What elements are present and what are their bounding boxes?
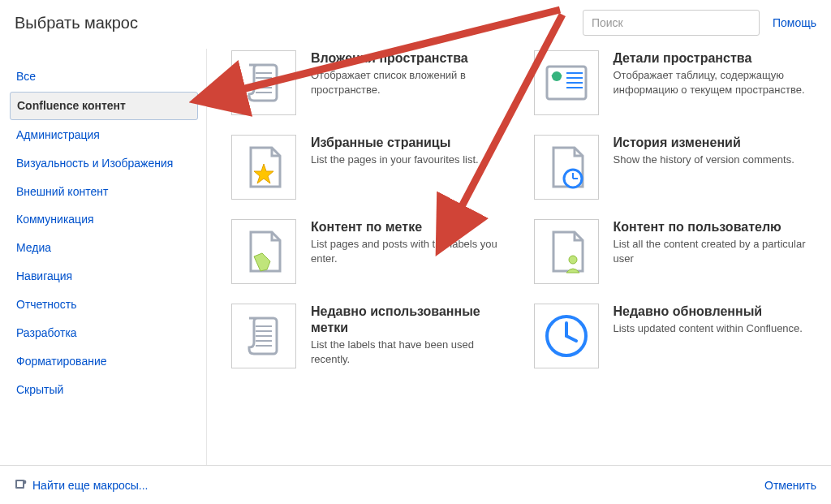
category-sidebar: ВсеConfluence контентАдминистрацияВизуал…	[0, 49, 206, 465]
sidebar-item-10[interactable]: Форматирование	[10, 348, 198, 375]
macro-desc: List the pages in your favourites list.	[311, 153, 515, 167]
macro-item-attachment-list[interactable]: Вложения пространстваОтображает список в…	[231, 50, 515, 115]
macro-item-content-by-label[interactable]: Контент по меткеList pages and posts wit…	[231, 219, 515, 284]
macro-title: Детали пространства	[614, 50, 817, 67]
macro-text: История измененийShow the history of ver…	[614, 135, 817, 200]
space-details-icon	[534, 50, 599, 115]
svg-line-22	[566, 336, 576, 341]
header-right: Помощь	[583, 10, 816, 36]
macro-item-change-history[interactable]: История измененийShow the history of ver…	[534, 135, 817, 200]
macro-item-space-details[interactable]: Детали пространстваОтображает таблицу, с…	[534, 50, 817, 115]
svg-point-6	[552, 71, 562, 81]
macro-title: Контент по метке	[311, 219, 515, 235]
macro-title: Контент по пользователю	[614, 219, 817, 235]
macro-grid: Вложения пространстваОтображает список в…	[231, 50, 816, 368]
macro-item-recently-updated[interactable]: Недавно обновленныйLists updated content…	[534, 304, 817, 368]
macro-item-content-by-user[interactable]: Контент по пользователюList all the cont…	[534, 219, 817, 284]
svg-rect-25	[17, 481, 23, 487]
svg-point-24	[23, 480, 27, 485]
macro-text: Вложения пространстваОтображает список в…	[311, 50, 515, 115]
sidebar-item-2[interactable]: Администрация	[10, 122, 198, 149]
cancel-button[interactable]: Отменить	[764, 479, 816, 492]
puzzle-icon	[15, 477, 28, 493]
sidebar-item-7[interactable]: Навигация	[10, 263, 198, 290]
macro-desc: List pages and posts with the labels you…	[311, 237, 515, 265]
sidebar-item-6[interactable]: Медиа	[10, 235, 198, 261]
content-by-label-icon	[231, 219, 296, 284]
sidebar-item-1[interactable]: Confluence контент	[10, 92, 198, 120]
find-more-macros-link[interactable]: Найти еще макросы...	[32, 479, 149, 492]
help-link[interactable]: Помощь	[773, 16, 816, 29]
favorite-pages-icon	[231, 135, 296, 200]
macro-browser-dialog: Выбрать макрос Помощь ВсеConfluence конт…	[0, 0, 831, 504]
sidebar-item-11[interactable]: Скрытый	[10, 377, 198, 403]
macro-text: Контент по меткеList pages and posts wit…	[311, 219, 515, 284]
macro-text: Недавно обновленныйLists updated content…	[614, 304, 817, 368]
macro-title: Вложения пространства	[311, 50, 515, 67]
macro-desc: Отображает список вложений в пространств…	[311, 68, 515, 97]
sidebar-item-3[interactable]: Визуальность и Изображения	[10, 150, 198, 177]
attachment-list-icon	[231, 50, 296, 115]
macro-title: Избранные страницы	[311, 135, 515, 151]
change-history-icon	[534, 135, 599, 200]
sidebar-item-5[interactable]: Коммуникация	[10, 206, 198, 233]
macro-title: Недавно обновленный	[614, 304, 817, 320]
footer-left: Найти еще макросы...	[15, 477, 149, 493]
sidebar-item-4[interactable]: Внешний контент	[10, 179, 198, 205]
sidebar-item-8[interactable]: Отчетность	[10, 291, 198, 318]
macro-item-favorite-pages[interactable]: Избранные страницыList the pages in your…	[231, 135, 515, 200]
macro-text: Избранные страницыList the pages in your…	[311, 135, 515, 200]
macro-text: Детали пространстваОтображает таблицу, с…	[614, 50, 817, 115]
svg-point-14	[569, 256, 577, 264]
sidebar-item-0[interactable]: Все	[10, 63, 198, 90]
dialog-title: Выбрать макрос	[15, 14, 138, 32]
macro-desc: Show the history of version comments.	[614, 153, 817, 167]
macro-desc: List the labels that have been used rece…	[311, 338, 515, 366]
recent-labels-icon	[231, 304, 296, 368]
content-by-user-icon	[534, 219, 599, 284]
dialog-footer: Найти еще макросы... Отменить	[0, 466, 831, 504]
macro-item-recent-labels[interactable]: Недавно использованные меткиList the lab…	[231, 304, 515, 368]
macro-text: Контент по пользователюList all the cont…	[614, 219, 817, 284]
macro-desc: Отображает таблицу, содержащую информаци…	[614, 68, 817, 97]
dialog-body: ВсеConfluence контентАдминистрацияВизуал…	[0, 49, 831, 466]
macro-text: Недавно использованные меткиList the lab…	[311, 304, 515, 368]
recently-updated-icon	[534, 304, 599, 368]
macro-content[interactable]: Вложения пространстваОтображает список в…	[206, 49, 831, 465]
macro-title: Недавно использованные метки	[311, 304, 515, 336]
dialog-header: Выбрать макрос Помощь	[0, 0, 831, 49]
macro-desc: List all the content created by a partic…	[614, 237, 817, 265]
macro-desc: Lists updated content within Confluence.	[614, 321, 817, 336]
macro-title: История изменений	[614, 135, 817, 151]
search-input[interactable]	[583, 10, 760, 36]
sidebar-item-9[interactable]: Разработка	[10, 320, 198, 347]
